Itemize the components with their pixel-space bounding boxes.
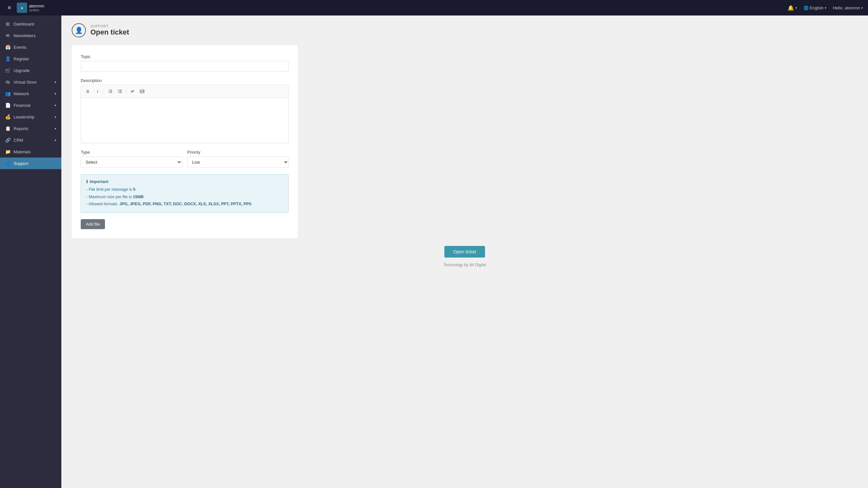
close-button[interactable]: ✕ — [5, 4, 13, 11]
open-ticket-button[interactable]: Open ticket — [444, 246, 485, 258]
sidebar-item-upgrade[interactable]: 🛒 Upgrade — [0, 65, 61, 76]
language-dropdown-arrow: ▾ — [825, 6, 826, 10]
sidebar-label-virtual-store: Virtual Store — [13, 80, 36, 85]
sidebar-label-register: Register — [13, 57, 29, 61]
chevron-icon-financial: ▾ — [55, 104, 56, 107]
sidebar-label-network: Network — [13, 91, 29, 96]
sidebar-icon-upgrade: 🛒 — [5, 68, 10, 73]
type-group: Type SelectBugFeature RequestQuestionOth… — [81, 150, 182, 168]
main-content: 👤 SUPPORT Open ticket Topic Description … — [61, 15, 868, 488]
info-max-size: - Maximum size per file is 15MB — [86, 193, 283, 201]
bell-icon: 🔔 — [787, 5, 794, 11]
sidebar-item-events[interactable]: 📅 Events — [0, 41, 61, 53]
sidebar-icon-leadership: 💰 — [5, 114, 10, 120]
navbar-logo: a atommn system — [17, 3, 44, 13]
ordered-list-button[interactable]: 1 2 3 — [106, 87, 114, 96]
description-label: Description — [81, 78, 289, 83]
navbar: ✕ a atommn system 🔔 ▾ 🌐 English ▾ Hello,… — [0, 0, 868, 15]
description-group: Description B I 1 2 — [81, 78, 289, 143]
page-header-icon: 👤 — [72, 23, 86, 37]
sidebar-item-support[interactable]: 👤 Support — [0, 158, 61, 169]
link-button[interactable] — [128, 87, 136, 96]
sidebar-label-financial: Financial — [13, 103, 30, 108]
sidebar-item-dashboard[interactable]: ⊞ Dashboard — [0, 18, 61, 30]
sidebar-icon-materials: 📁 — [5, 149, 10, 154]
svg-point-10 — [118, 91, 119, 92]
navbar-right: 🔔 ▾ 🌐 English ▾ Hello, atommn ▾ — [787, 5, 863, 11]
type-priority-row: Type SelectBugFeature RequestQuestionOth… — [81, 150, 289, 168]
sidebar-item-reports[interactable]: 📋 Reports ▾ — [0, 123, 61, 134]
globe-icon: 🌐 — [803, 5, 809, 10]
footer: Technology by WI Digital — [72, 263, 858, 267]
sidebar-label-support: Support — [13, 161, 28, 166]
priority-label: Priority — [187, 150, 289, 155]
bold-button[interactable]: B — [84, 87, 92, 96]
bell-button[interactable]: 🔔 ▾ — [787, 5, 797, 11]
sidebar-item-virtual-store[interactable]: 🛍 Virtual Store ▾ — [0, 76, 61, 88]
user-menu[interactable]: Hello, atommn ▾ — [833, 5, 863, 10]
navbar-left: ✕ a atommn system — [5, 3, 44, 13]
type-select[interactable]: SelectBugFeature RequestQuestionOther — [81, 157, 182, 168]
svg-rect-8 — [119, 92, 122, 93]
logo-text: atommn system — [29, 4, 44, 12]
page-title: Open ticket — [90, 28, 129, 36]
sidebar-item-leadership[interactable]: 💰 Leadership ▾ — [0, 111, 61, 123]
sidebar-label-upgrade: Upgrade — [13, 68, 30, 73]
language-selector[interactable]: 🌐 English ▾ — [803, 5, 827, 10]
toolbar-divider-2 — [126, 89, 126, 94]
image-button[interactable] — [138, 87, 146, 96]
svg-rect-0 — [110, 90, 112, 90]
sidebar-label-materials: Materials — [13, 150, 31, 154]
sidebar-icon-financial: 📄 — [5, 103, 10, 108]
editor-toolbar: B I 1 2 3 — [81, 85, 288, 98]
sidebar-item-register[interactable]: 👤 Register — [0, 53, 61, 65]
logo-subtitle: system — [29, 8, 44, 12]
ticket-form-card: Topic Description B I — [72, 45, 298, 238]
support-icon: 👤 — [75, 27, 83, 34]
sidebar-label-events: Events — [13, 45, 27, 50]
type-label: Type — [81, 150, 182, 155]
logo-icon: a — [17, 3, 27, 13]
chevron-icon-network: ▾ — [55, 92, 56, 96]
sidebar-label-leadership: Leadership — [13, 115, 34, 120]
sidebar-item-newsletters[interactable]: ✉ Newsletters — [0, 30, 61, 41]
info-box: ℹ Important - File limit per message is … — [81, 174, 289, 213]
sidebar-icon-dashboard: ⊞ — [5, 21, 10, 27]
sidebar-label-reports: Reports — [13, 126, 28, 131]
page-header: 👤 SUPPORT Open ticket — [72, 23, 858, 37]
sidebar-icon-network: 👥 — [5, 91, 10, 96]
svg-point-9 — [118, 90, 119, 90]
unordered-list-button[interactable] — [116, 87, 124, 96]
add-file-button[interactable]: Add file — [81, 219, 105, 229]
sidebar-icon-support: 👤 — [5, 161, 10, 166]
sidebar-label-newsletters: Newsletters — [13, 33, 35, 38]
priority-select[interactable]: LowMediumHighCritical — [187, 157, 289, 168]
info-file-limit: - File limit per message is 5 — [86, 186, 283, 193]
chevron-icon-crm: ▾ — [55, 138, 56, 142]
chevron-icon-leadership: ▾ — [55, 115, 56, 119]
svg-rect-2 — [110, 92, 112, 93]
topic-label: Topic — [81, 54, 289, 59]
info-box-title: ℹ Important — [86, 179, 283, 184]
topic-input[interactable] — [81, 61, 289, 72]
sidebar-item-crm[interactable]: 🔗 CRM ▾ — [0, 134, 61, 146]
chevron-icon-virtual-store: ▾ — [55, 80, 56, 84]
sidebar-item-network[interactable]: 👥 Network ▾ — [0, 88, 61, 99]
user-dropdown-arrow: ▾ — [861, 6, 863, 10]
svg-point-13 — [143, 90, 144, 91]
sidebar: ⊞ Dashboard ✉ Newsletters 📅 Events 👤 Reg… — [0, 15, 61, 488]
svg-rect-7 — [119, 91, 122, 92]
toolbar-divider-1 — [104, 89, 104, 94]
sidebar-label-crm: CRM — [13, 138, 23, 143]
layout: ⊞ Dashboard ✉ Newsletters 📅 Events 👤 Reg… — [0, 15, 868, 488]
rich-text-editor: B I 1 2 3 — [81, 85, 289, 143]
page-header-text: SUPPORT Open ticket — [90, 24, 129, 36]
bell-dropdown-arrow: ▾ — [795, 6, 797, 10]
sidebar-icon-crm: 🔗 — [5, 137, 10, 143]
sidebar-item-financial[interactable]: 📄 Financial ▾ — [0, 99, 61, 111]
italic-button[interactable]: I — [93, 87, 102, 96]
sidebar-icon-virtual-store: 🛍 — [5, 79, 10, 85]
description-input[interactable] — [81, 98, 288, 143]
sidebar-item-materials[interactable]: 📁 Materials — [0, 146, 61, 158]
chevron-icon-reports: ▾ — [55, 127, 56, 130]
